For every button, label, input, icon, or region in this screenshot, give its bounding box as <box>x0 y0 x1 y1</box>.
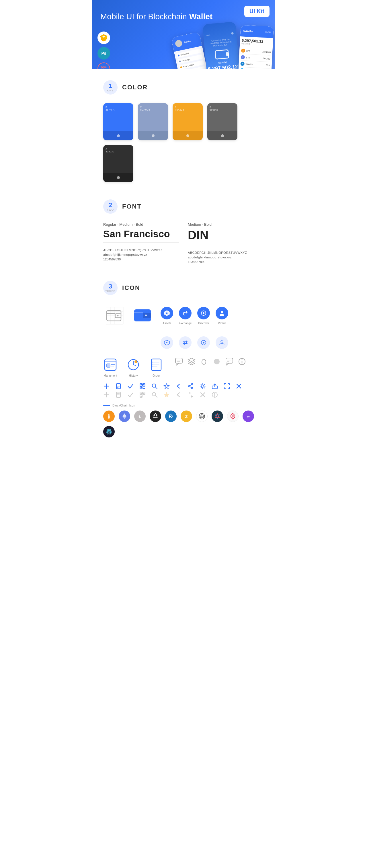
svg-rect-79 <box>144 386 145 387</box>
color-dot <box>186 134 189 137</box>
ps-badge: Ps <box>97 47 110 60</box>
svg-line-107 <box>155 395 157 397</box>
bottom-spacer <box>103 437 264 446</box>
hero-title-bold: Wallet <box>189 12 213 21</box>
color-swatch-dark: #303030 <box>103 145 133 182</box>
svg-point-29 <box>166 312 168 314</box>
discover-grey-icon <box>197 336 210 349</box>
svg-point-90 <box>202 385 204 387</box>
svg-text:Ð: Ð <box>169 414 173 420</box>
color-section: 1 ONE COLOR #3574FA #8DA0C8 #F5A623 <box>92 69 275 188</box>
icon-order: Order <box>149 358 163 377</box>
font-section-number: 2 TWO <box>103 199 117 214</box>
ui-kit-badge: UI Kit <box>244 6 270 17</box>
icon-section: 3 THREE ICON <box>92 269 275 452</box>
blockchain-label: BlockChain Icon <box>112 404 135 407</box>
misc-icons-row <box>175 358 246 366</box>
x-grey-icon <box>200 392 206 398</box>
assets-svg <box>164 310 170 316</box>
svg-marker-129 <box>232 414 234 418</box>
assets-icon-circle <box>161 307 173 319</box>
svg-point-134 <box>108 431 110 432</box>
svg-line-88 <box>190 385 192 386</box>
hero-phones: Profile Maisweet Message Real Caliber <box>175 23 273 69</box>
zcash-svg: Z <box>182 412 190 420</box>
star-icon <box>163 383 170 389</box>
utility-icons-row-2 <box>103 392 264 398</box>
font-din-block: Medium · Bold DIN ABCDEFGHIJKLMNOPQRSTUV… <box>188 222 264 264</box>
color-greyblue-top: #8DA0C8 <box>138 103 168 131</box>
icon-management: Mangment <box>103 358 117 377</box>
font-sf-name: San Francisco <box>103 228 179 240</box>
color-blue-bottom <box>103 131 133 141</box>
svg-rect-40 <box>107 364 110 367</box>
font-sf-nums: 1234567890 <box>103 257 179 261</box>
info-icon <box>238 358 246 366</box>
profile-grey-icon <box>216 336 228 349</box>
wallet-filled-svg <box>132 304 155 327</box>
discover-svg <box>200 310 207 316</box>
font-din-lower: abcdefghijklmnopqrstuvwxyz <box>188 255 264 259</box>
profile-svg <box>219 310 225 316</box>
discover-grey-svg <box>200 339 207 346</box>
svg-rect-105 <box>140 396 142 397</box>
font-section-header: 2 TWO FONT <box>103 199 264 214</box>
font-sf-lower: abcdefghijklmnopqrstuvwxyz <box>103 253 179 256</box>
screens-badge: 60+ Screens <box>97 62 110 69</box>
layers-icon <box>188 358 196 366</box>
svg-point-87 <box>192 388 193 389</box>
svg-point-59 <box>214 359 220 364</box>
augur-icon <box>211 410 223 422</box>
sketch-badge <box>97 32 110 44</box>
moon-icon <box>200 358 208 366</box>
ethereum-icon <box>119 410 130 422</box>
svg-point-31 <box>203 312 204 314</box>
circle-icon <box>213 358 221 366</box>
blockchain-label-row: BlockChain Icon <box>103 404 264 407</box>
svg-point-34 <box>166 342 167 343</box>
resize-icon <box>224 383 230 389</box>
back-grey-icon <box>175 392 182 398</box>
order-svg <box>149 358 163 372</box>
color-dot <box>152 134 154 137</box>
svg-point-22 <box>117 315 119 316</box>
color-orange-top: #F5A623 <box>173 103 203 131</box>
iota-icon <box>150 410 161 422</box>
svg-rect-49 <box>151 359 161 370</box>
search-grey-icon <box>151 392 158 398</box>
svg-rect-73 <box>140 384 142 385</box>
color-swatch-orange: #F5A623 <box>173 103 203 141</box>
phone-mockup-center: 9:41 Character may be mastered in the gr… <box>203 22 241 69</box>
edit-icon <box>115 383 121 389</box>
qr-grey-icon <box>139 392 146 398</box>
share-icon <box>188 383 194 389</box>
qr-icon <box>139 383 146 389</box>
back-icon <box>175 383 182 389</box>
color-dot <box>117 134 120 137</box>
color-section-header: 1 ONE COLOR <box>103 80 264 95</box>
color-grey-top: #666666 <box>207 103 237 131</box>
color-greyblue-bottom <box>138 131 168 141</box>
forward-grey-icon <box>188 392 194 398</box>
bitcoin-svg: ₿ <box>105 412 113 420</box>
svg-line-83 <box>155 387 157 389</box>
svg-point-54 <box>152 364 153 365</box>
svg-point-37 <box>221 341 223 343</box>
zcash-icon: Z <box>181 410 192 422</box>
litecoin-svg: Ł <box>136 412 144 420</box>
history-svg: ! <box>126 358 140 372</box>
star-active-icon <box>163 392 170 398</box>
bitcoin-icon: ₿ <box>103 410 115 422</box>
chat2-icon <box>225 358 233 366</box>
edit-grey-icon <box>115 392 121 398</box>
phone-mockup-right: myWallet 12-298 6,297,502.12 ≈ $123.45 ₿… <box>238 25 274 69</box>
matic-svg: ∞ <box>245 412 252 420</box>
plus-icon <box>103 383 110 389</box>
dash-icon: Ð <box>165 410 177 422</box>
svg-text:Ł: Ł <box>139 414 141 419</box>
nav-icon-exchange: Exchange <box>179 307 192 325</box>
font-din-name: DIN <box>188 228 264 242</box>
color-orange-bottom <box>173 131 203 141</box>
phone-screen-center: 9:41 Character may be mastered in the gr… <box>203 22 241 69</box>
wallet-icons-row: Assets Exchange <box>103 304 264 328</box>
